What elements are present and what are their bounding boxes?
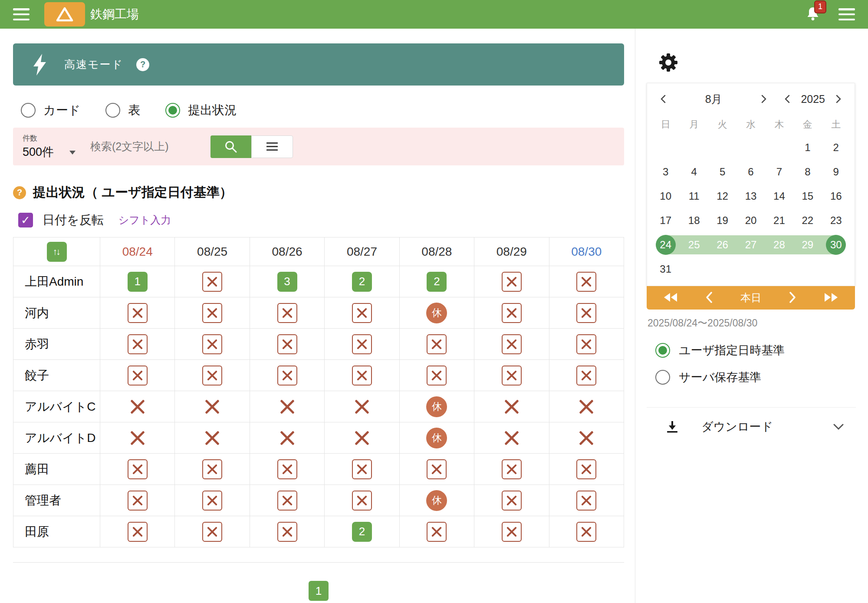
next-week-button[interactable] <box>789 292 796 304</box>
not-submitted-button[interactable] <box>576 459 596 479</box>
calendar-day[interactable]: 7 <box>765 160 793 184</box>
prev-week-button[interactable] <box>706 292 713 304</box>
view-mode-option[interactable]: 表 <box>105 102 140 119</box>
calendar-day[interactable]: 22 <box>793 208 822 233</box>
calendar-day[interactable]: 3 <box>651 160 680 184</box>
search-button[interactable] <box>210 135 251 158</box>
not-submitted-button[interactable] <box>502 272 522 292</box>
menu-icon[interactable] <box>13 8 30 20</box>
not-submitted-button[interactable] <box>277 303 297 323</box>
not-submitted-button[interactable] <box>427 459 447 479</box>
not-submitted-button[interactable] <box>576 522 596 542</box>
not-submitted-button[interactable] <box>502 366 522 386</box>
not-submitted-button[interactable] <box>427 334 447 354</box>
not-submitted-button[interactable] <box>128 334 148 354</box>
not-submitted-button[interactable] <box>277 459 297 479</box>
calendar-day[interactable]: 15 <box>793 184 822 208</box>
submission-count-badge[interactable]: 2 <box>427 272 447 292</box>
next-month-button[interactable] <box>758 93 769 105</box>
count-select[interactable]: 件数 500件 <box>23 133 83 160</box>
prev-month-button[interactable] <box>658 93 669 105</box>
calendar-day[interactable]: 17 <box>651 208 680 233</box>
not-submitted-button[interactable] <box>427 522 447 542</box>
download-section[interactable]: ダウンロード <box>647 407 856 446</box>
not-submitted-button[interactable] <box>202 272 222 292</box>
not-submitted-button[interactable] <box>202 334 222 354</box>
fast-back-button[interactable] <box>663 292 678 304</box>
not-submitted-button[interactable] <box>128 522 148 542</box>
calendar-day[interactable]: 23 <box>822 208 850 233</box>
calendar-day[interactable]: 30 <box>822 233 850 257</box>
overflow-menu-icon[interactable] <box>838 8 855 20</box>
calendar-day[interactable]: 16 <box>822 184 850 208</box>
calendar-day[interactable]: 20 <box>736 208 765 233</box>
calendar-day[interactable]: 5 <box>708 160 736 184</box>
filter-button[interactable] <box>251 135 293 158</box>
not-submitted-button[interactable] <box>502 491 522 511</box>
submission-count-badge[interactable]: 3 <box>277 272 297 292</box>
not-submitted-button[interactable] <box>202 366 222 386</box>
sort-button[interactable]: ↑↓ <box>47 242 67 262</box>
invert-dates-checkbox[interactable]: ✓ <box>18 213 33 227</box>
not-submitted-button[interactable] <box>277 522 297 542</box>
basis-option[interactable]: ユーザ指定日時基準 <box>647 337 856 364</box>
calendar-day[interactable]: 10 <box>651 184 680 208</box>
not-submitted-button[interactable] <box>277 491 297 511</box>
submission-count-badge[interactable]: 2 <box>352 272 372 292</box>
prev-year-button[interactable] <box>782 93 793 105</box>
not-submitted-button[interactable] <box>128 491 148 511</box>
help-icon[interactable]: ? <box>136 58 149 71</box>
not-submitted-button[interactable] <box>202 303 222 323</box>
view-mode-option[interactable]: 提出状況 <box>165 102 237 119</box>
not-submitted-button[interactable] <box>202 491 222 511</box>
calendar-day[interactable]: 29 <box>793 233 822 257</box>
calendar-day[interactable]: 14 <box>765 184 793 208</box>
calendar-day[interactable]: 31 <box>651 257 680 281</box>
not-submitted-button[interactable] <box>502 522 522 542</box>
not-submitted-button[interactable] <box>502 334 522 354</box>
calendar-day[interactable]: 11 <box>680 184 708 208</box>
not-submitted-button[interactable] <box>128 459 148 479</box>
calendar-day[interactable]: 6 <box>736 160 765 184</box>
today-button[interactable]: 本日 <box>740 291 761 305</box>
calendar-day[interactable]: 25 <box>680 233 708 257</box>
calendar-day[interactable]: 4 <box>680 160 708 184</box>
notifications-button[interactable]: 1 <box>806 7 819 23</box>
not-submitted-button[interactable] <box>277 366 297 386</box>
not-submitted-button[interactable] <box>576 334 596 354</box>
calendar-day[interactable]: 19 <box>708 208 736 233</box>
calendar-day[interactable]: 28 <box>765 233 793 257</box>
calendar-day[interactable]: 12 <box>708 184 736 208</box>
calendar-day[interactable]: 24 <box>651 233 680 257</box>
calendar-day[interactable]: 26 <box>708 233 736 257</box>
not-submitted-button[interactable] <box>128 366 148 386</box>
calendar-day[interactable]: 18 <box>680 208 708 233</box>
not-submitted-button[interactable] <box>576 272 596 292</box>
not-submitted-button[interactable] <box>352 303 372 323</box>
not-submitted-button[interactable] <box>427 366 447 386</box>
not-submitted-button[interactable] <box>202 522 222 542</box>
fast-forward-button[interactable] <box>824 292 838 304</box>
not-submitted-button[interactable] <box>576 491 596 511</box>
not-submitted-button[interactable] <box>277 334 297 354</box>
not-submitted-button[interactable] <box>202 459 222 479</box>
app-logo[interactable] <box>44 2 85 26</box>
submission-count-badge[interactable]: 2 <box>352 522 372 542</box>
calendar-day[interactable]: 27 <box>736 233 765 257</box>
next-year-button[interactable] <box>833 93 844 105</box>
calendar-day[interactable]: 8 <box>793 160 822 184</box>
settings-button[interactable] <box>659 53 678 73</box>
shift-input-link[interactable]: シフト入力 <box>118 213 171 227</box>
not-submitted-button[interactable] <box>352 334 372 354</box>
calendar-day[interactable]: 9 <box>822 160 850 184</box>
calendar-day[interactable]: 1 <box>793 135 822 160</box>
page-button[interactable]: 1 <box>309 581 329 601</box>
basis-option[interactable]: サーバ保存基準 <box>647 364 856 391</box>
not-submitted-button[interactable] <box>352 366 372 386</box>
search-input[interactable]: 検索(2文字以上) <box>90 139 192 154</box>
calendar-day[interactable]: 21 <box>765 208 793 233</box>
submission-count-badge[interactable]: 1 <box>128 272 148 292</box>
calendar-day[interactable]: 13 <box>736 184 765 208</box>
not-submitted-button[interactable] <box>502 459 522 479</box>
not-submitted-button[interactable] <box>352 459 372 479</box>
